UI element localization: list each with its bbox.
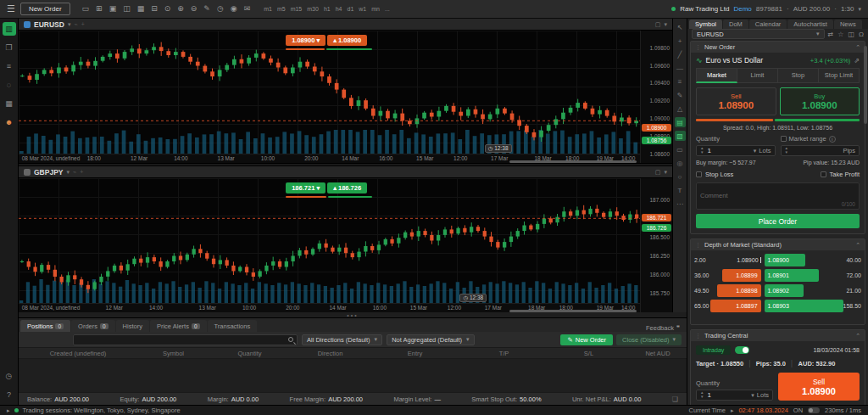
add-indicator-icon[interactable]: + xyxy=(80,169,83,175)
dom-ask-row[interactable]: 1.08903158.50 xyxy=(765,300,861,312)
trade-icon[interactable]: ▥ xyxy=(3,22,16,36)
buy-price-button[interactable]: Buy 1.08900 xyxy=(780,87,860,115)
horizontal-line-icon[interactable]: — xyxy=(675,63,686,73)
column-header-created-undefined-[interactable]: Created (undefined) xyxy=(19,350,137,357)
indicator-icon[interactable]: ▧ xyxy=(675,131,686,141)
zoom-in-icon[interactable]: ⊕ xyxy=(177,5,184,13)
magnet-icon[interactable]: ◎ xyxy=(675,158,686,168)
chart-symbol-label[interactable]: GBPJPY xyxy=(34,168,64,177)
column-header-direction[interactable]: Direction xyxy=(290,350,370,357)
chevron-down-icon[interactable]: ▾ xyxy=(67,169,70,176)
pencil-icon[interactable]: ✎ xyxy=(675,90,686,100)
positions-table-body[interactable] xyxy=(19,359,687,392)
watchlist-icon[interactable]: ◉ xyxy=(231,5,237,13)
news-icon[interactable]: ≡ xyxy=(3,59,16,73)
sell-price-button[interactable]: Sell 1.08900 xyxy=(696,87,776,115)
dom-bid-row[interactable]: 65.001.08897 xyxy=(694,300,761,312)
tab-orders[interactable]: Orders0 xyxy=(71,320,115,332)
column-header-quantity[interactable]: Quantity xyxy=(209,350,290,357)
column-header-entry[interactable]: Entry xyxy=(370,350,459,357)
layout-columns-icon[interactable]: ◫ xyxy=(848,31,854,38)
stepper-arrows-icon[interactable]: ▲▼ xyxy=(785,147,788,154)
section-header[interactable]: ⋮ Trading Central ⌃ xyxy=(691,330,865,341)
feedback-link[interactable]: Feedback❞ xyxy=(646,324,685,332)
column-header-net-aud[interactable]: Net AUD xyxy=(629,350,687,357)
crosshair-icon[interactable]: + xyxy=(675,36,686,46)
chart-menu-icon[interactable]: ▾ xyxy=(664,21,667,28)
chart-symbol-label[interactable]: EURUSD xyxy=(34,20,64,29)
tc-quantity-stepper[interactable]: ▲▼ 1 ▾Lots xyxy=(696,390,773,401)
section-header[interactable]: ⋮ New Order ⌃ xyxy=(691,42,865,53)
timeframe-d1[interactable]: d1 xyxy=(347,6,353,12)
tab-positions[interactable]: Positions0 xyxy=(20,320,70,332)
chart-plot-area[interactable]: 186.721 ▾ ▴ 186.726 08 Mar 2024, undefin… xyxy=(19,178,640,312)
timeframe-...[interactable]: ... xyxy=(385,6,390,12)
market-range-stepper[interactable]: ▲▼ Pips xyxy=(781,145,860,156)
take-profit-checkbox[interactable] xyxy=(821,171,826,177)
price-axis[interactable]: 1.098001.096001.094001.092001.090001.088… xyxy=(640,31,672,163)
plan-toggle[interactable] xyxy=(735,346,749,354)
close-all-button[interactable]: Close (Disabled)▾ xyxy=(616,334,682,345)
timeframe-m1[interactable]: m1 xyxy=(264,6,272,12)
chart-window-icon[interactable]: ▭ xyxy=(82,5,90,13)
symbol-select[interactable]: EURUSD▾ xyxy=(692,29,825,39)
comment-field[interactable]: Comment 0/100 xyxy=(696,182,860,210)
dom-bid-row[interactable]: 2.001.08900 xyxy=(694,254,761,266)
timeframe-m30[interactable]: m30 xyxy=(307,6,319,12)
expand-chart-icon[interactable]: ▢ xyxy=(655,169,661,176)
order-tab-market[interactable]: Market xyxy=(696,68,737,83)
dom-ask-row[interactable]: 1.0890221.00 xyxy=(765,284,861,297)
timeframe-m5[interactable]: m5 xyxy=(277,6,286,12)
zoom-area-icon[interactable]: ○ xyxy=(675,171,686,182)
timeframe-h1[interactable]: h1 xyxy=(324,6,331,12)
stepper-arrows-icon[interactable]: ▲▼ xyxy=(700,391,704,399)
chevron-right-icon[interactable]: ▸ xyxy=(7,407,10,414)
timeframe-h4[interactable]: h4 xyxy=(336,6,342,12)
shapes-icon[interactable]: △ xyxy=(675,104,686,114)
cursor-icon[interactable]: ↖ xyxy=(675,22,686,32)
fibonacci-icon[interactable]: ≡ xyxy=(675,76,686,87)
chart-menu-icon[interactable]: ▾ xyxy=(664,169,667,176)
new-order-button[interactable]: New Order xyxy=(20,3,70,15)
column-header-symbol[interactable]: Symbol xyxy=(137,350,209,357)
dom-ask-row[interactable]: 1.0890040.00 xyxy=(765,254,861,266)
new-order-button-bottom[interactable]: ✎New Order xyxy=(560,334,613,345)
hamburger-menu-icon[interactable]: ☰ xyxy=(7,3,15,14)
help-icon[interactable]: ? xyxy=(3,388,16,401)
analyze-icon[interactable]: ◌ xyxy=(3,78,16,92)
timeframe-w1[interactable]: w1 xyxy=(359,6,366,12)
dom-bid-row[interactable]: 36.001.08899 xyxy=(694,269,761,282)
stop-loss-toggle[interactable]: Stop Loss xyxy=(696,171,733,178)
tab-calendar[interactable]: Calendar xyxy=(749,20,787,29)
layout-custom-icon[interactable]: ⊟ xyxy=(151,5,158,13)
share-icon[interactable]: ⇗ xyxy=(854,57,860,64)
columns-settings-icon[interactable]: ❏ xyxy=(672,395,678,403)
draw-icon[interactable]: ✎ xyxy=(203,5,210,13)
take-profit-toggle[interactable]: Take Profit xyxy=(821,171,860,178)
pattern-icon[interactable]: ▤ xyxy=(675,117,686,127)
horizontal-scrollbar[interactable] xyxy=(509,310,637,312)
layout-single-icon[interactable]: ▣ xyxy=(109,5,117,13)
more-tools-icon[interactable]: ⋯ xyxy=(675,199,686,209)
stop-loss-checkbox[interactable] xyxy=(696,171,702,177)
tab-transactions[interactable]: Transactions xyxy=(208,320,258,332)
zoom-out-icon[interactable]: ⊖ xyxy=(191,5,198,13)
order-tab-limit[interactable]: Limit xyxy=(737,68,778,83)
add-chart-icon[interactable]: ⊞ xyxy=(96,5,103,13)
tab-price-alerts[interactable]: Price Alerts0 xyxy=(150,320,207,332)
ask-price-pill[interactable]: 1.08903 xyxy=(765,300,843,312)
info-icon[interactable]: i xyxy=(829,136,836,143)
ask-price-pill[interactable]: 1.08902 xyxy=(765,284,804,297)
drag-handle-icon[interactable]: ⋮ xyxy=(695,242,701,249)
text-tool-icon[interactable]: T xyxy=(675,185,686,195)
link-chart-icon[interactable]: ⌁ xyxy=(73,169,76,176)
ask-price-pill[interactable]: 1.08900 xyxy=(765,254,805,266)
quick-sell-button[interactable]: 186.721 ▾ xyxy=(286,182,326,193)
chevron-down-icon[interactable]: ▾ xyxy=(68,21,71,28)
tab-news[interactable]: News xyxy=(834,20,862,29)
search-input[interactable] xyxy=(77,336,288,344)
expand-chart-icon[interactable]: ▢ xyxy=(655,21,661,28)
column-header-t-p[interactable]: T/P xyxy=(459,350,548,357)
trendline-icon[interactable]: ╱ xyxy=(675,49,686,59)
favorite-star-icon[interactable]: ☆ xyxy=(837,31,843,38)
